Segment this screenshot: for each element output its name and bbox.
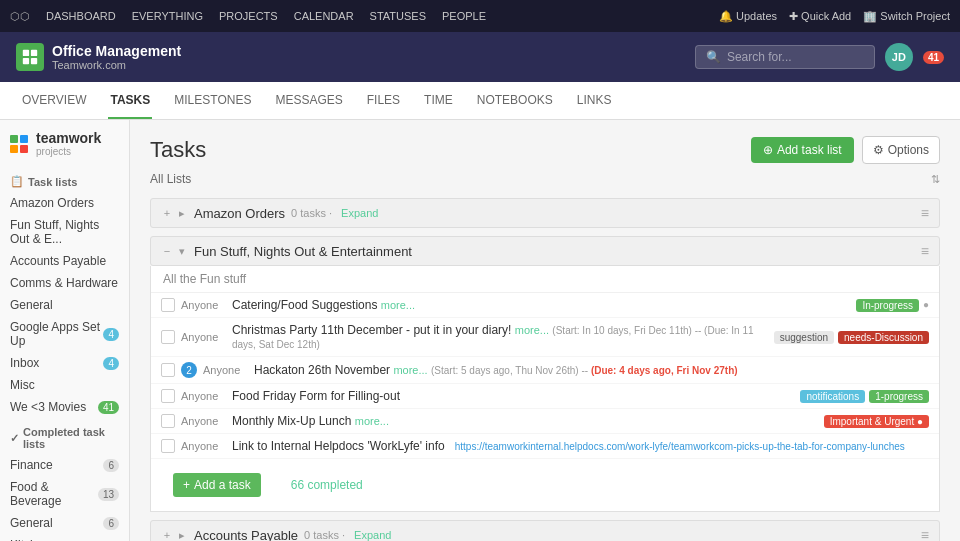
logo-box-3	[10, 145, 18, 153]
header-right: 🔍 JD 41	[695, 43, 944, 71]
tag-dot: ●	[923, 299, 929, 312]
catering-title: Catering/Food Suggestions more...	[232, 298, 850, 312]
monthly-mix-assignee: Anyone	[181, 415, 226, 427]
task-list-header-fun[interactable]: − ▾ Fun Stuff, Nights Out & Entertainmen…	[150, 236, 940, 266]
task-list-header-amazon[interactable]: + ▸ Amazon Orders 0 tasks · Expand ≡	[150, 198, 940, 228]
monthly-mix-checkbox[interactable]	[161, 414, 175, 428]
task-list-header-accounts[interactable]: + ▸ Accounts Payable 0 tasks · Expand ≡	[150, 520, 940, 541]
sidebar-item-accounts-payable[interactable]: Accounts Payable	[0, 250, 129, 272]
fun-completed-link[interactable]: 66 completed	[291, 478, 363, 492]
helpdocs-link[interactable]: https://teamworkinternal.helpdocs.com/wo…	[455, 441, 905, 452]
link-helpdocs-assignee: Anyone	[181, 440, 226, 452]
nav-people[interactable]: PEOPLE	[442, 10, 486, 22]
sidebar-item-movies[interactable]: We <3 Movies 41	[0, 396, 129, 418]
fun-stuff-body: All the Fun stuff Anyone Catering/Food S…	[150, 266, 940, 512]
hackaton-meta: (Start: 5 days ago, Thu Nov 26th) --	[431, 365, 591, 376]
sidebar-item-amazon-orders[interactable]: Amazon Orders	[0, 192, 129, 214]
task-row-monthly-mix: Anyone Monthly Mix-Up Lunch more... Impo…	[151, 409, 939, 434]
avatar[interactable]: JD	[885, 43, 913, 71]
accounts-expand-link[interactable]: Expand	[354, 529, 391, 541]
sidebar-item-finance[interactable]: Finance 6	[0, 454, 129, 476]
tab-overview[interactable]: OVERVIEW	[20, 82, 88, 119]
search-input[interactable]	[727, 50, 867, 64]
tab-messages[interactable]: MESSAGES	[273, 82, 344, 119]
monthly-mix-title: Monthly Mix-Up Lunch more...	[232, 414, 818, 428]
nav-switch-project[interactable]: 🏢 Switch Project	[863, 10, 950, 23]
tab-milestones[interactable]: MILESTONES	[172, 82, 253, 119]
tab-time[interactable]: TIME	[422, 82, 455, 119]
monthly-mix-more[interactable]: more...	[355, 415, 389, 427]
food-friday-checkbox[interactable]	[161, 389, 175, 403]
sidebar-badge-inbox: 4	[103, 357, 119, 370]
expand-icon-accounts[interactable]: +	[161, 529, 173, 541]
christmas-more[interactable]: more...	[515, 324, 549, 336]
collapse-icon-fun[interactable]: −	[161, 245, 173, 257]
food-friday-title: Food Friday Form for Filling-out	[232, 389, 794, 403]
task-row-link-helpdocs: Anyone Link to Internal Helpdocs 'WorkLy…	[151, 434, 939, 459]
sidebar-item-kitchen[interactable]: Kitchen	[0, 534, 129, 541]
arrow-down-icon-fun[interactable]: ▾	[176, 245, 188, 258]
fun-add-task-btn[interactable]: + Add a task	[173, 473, 261, 497]
nav-home[interactable]: ⬡⬡	[10, 10, 30, 23]
nav-updates[interactable]: 🔔 Updates	[719, 10, 777, 23]
tag-needs-discussion: needs-Discussion	[838, 331, 929, 344]
link-helpdocs-checkbox[interactable]	[161, 439, 175, 453]
brand-text: Office Management Teamwork.com	[52, 43, 181, 71]
svg-rect-0	[23, 50, 29, 56]
christmas-checkbox[interactable]	[161, 330, 175, 344]
sidebar-item-general-completed[interactable]: General 6	[0, 512, 129, 534]
filter-icon[interactable]: ⇅	[931, 173, 940, 186]
catering-more[interactable]: more...	[381, 299, 415, 311]
logo-box-2	[20, 135, 28, 143]
fun-controls: − ▾	[161, 245, 188, 258]
sidebar-badge-food: 13	[98, 488, 119, 501]
hackaton-checkbox[interactable]	[161, 363, 175, 377]
notification-badge[interactable]: 41	[923, 51, 944, 64]
svg-rect-3	[31, 58, 37, 64]
sidebar-item-general[interactable]: General	[0, 294, 129, 316]
nav-calendar[interactable]: CALENDAR	[294, 10, 354, 22]
sidebar-tasklists-title: 📋 Task lists	[0, 167, 129, 192]
nav-projects[interactable]: PROJECTS	[219, 10, 278, 22]
nav-everything[interactable]: EVERYTHING	[132, 10, 203, 22]
top-nav-right: 🔔 Updates ✚ Quick Add 🏢 Switch Project	[719, 10, 950, 23]
header: Office Management Teamwork.com 🔍 JD 41	[0, 32, 960, 82]
sidebar-item-google-apps[interactable]: Google Apps Set Up 4	[0, 316, 129, 352]
arrow-icon-amazon[interactable]: ▸	[176, 207, 188, 220]
sidebar-logo: teamwork projects	[0, 120, 129, 167]
tab-notebooks[interactable]: NOTEBOOKS	[475, 82, 555, 119]
sidebar-item-food-bev[interactable]: Food & Beverage 13	[0, 476, 129, 512]
nav-quick-add[interactable]: ✚ Quick Add	[789, 10, 851, 23]
task-list-accounts-payable: + ▸ Accounts Payable 0 tasks · Expand ≡	[150, 520, 940, 541]
catering-tags: In-progress ●	[856, 299, 929, 312]
tab-files[interactable]: FILES	[365, 82, 402, 119]
sidebar-item-misc[interactable]: Misc	[0, 374, 129, 396]
options-button[interactable]: ⚙ Options	[862, 136, 940, 164]
logo-box-1	[10, 135, 18, 143]
sidebar-item-fun-stuff[interactable]: Fun Stuff, Nights Out & E...	[0, 214, 129, 250]
nav-statuses[interactable]: STATUSES	[370, 10, 426, 22]
expand-icon-amazon[interactable]: +	[161, 207, 173, 219]
page-header: Tasks ⊕ Add task list ⚙ Options	[150, 136, 940, 164]
svg-rect-1	[31, 50, 37, 56]
fun-sort-icon[interactable]: ≡	[921, 243, 929, 259]
main-inner: Tasks ⊕ Add task list ⚙ Options All List…	[130, 120, 960, 541]
add-task-list-button[interactable]: ⊕ Add task list	[751, 137, 854, 163]
sidebar-item-inbox[interactable]: Inbox 4	[0, 352, 129, 374]
nav-dashboard[interactable]: DASHBOARD	[46, 10, 116, 22]
tab-tasks[interactable]: TASKS	[108, 82, 152, 119]
amazon-expand-link[interactable]: Expand	[341, 207, 378, 219]
task-row-hackaton: 2 Anyone Hackaton 26th November more... …	[151, 357, 939, 384]
accounts-task-count: 0 tasks · Expand	[304, 529, 391, 541]
food-friday-tags: notifications 1-progress	[800, 390, 929, 403]
tab-links[interactable]: LINKS	[575, 82, 614, 119]
task-row-food-friday: Anyone Food Friday Form for Filling-out …	[151, 384, 939, 409]
catering-checkbox[interactable]	[161, 298, 175, 312]
main-content: Tasks ⊕ Add task list ⚙ Options All List…	[130, 120, 960, 541]
hackaton-more[interactable]: more...	[393, 364, 427, 376]
search-box[interactable]: 🔍	[695, 45, 875, 69]
accounts-sort-icon[interactable]: ≡	[921, 527, 929, 541]
sidebar-item-comms-hardware[interactable]: Comms & Hardware	[0, 272, 129, 294]
arrow-icon-accounts[interactable]: ▸	[176, 529, 188, 542]
amazon-sort-icon[interactable]: ≡	[921, 205, 929, 221]
